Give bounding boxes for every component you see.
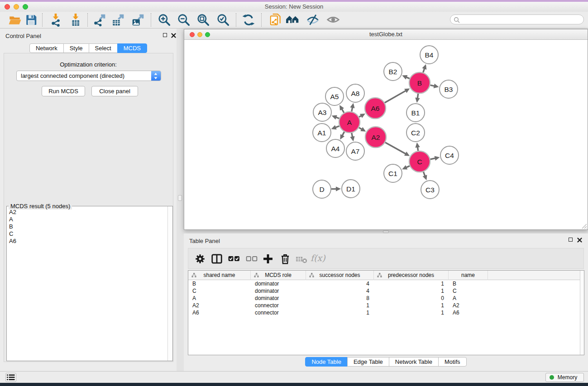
graph-edge[interactable] <box>385 143 406 154</box>
table-row[interactable]: Cdominator41C <box>188 287 580 295</box>
tab-node-table[interactable]: Node Table <box>305 357 348 367</box>
graph-node-A8[interactable]: A8 <box>346 84 364 102</box>
table-cell[interactable]: 0 <box>374 295 449 302</box>
column-header-name[interactable]: name <box>449 271 488 280</box>
float-panel-icon[interactable] <box>568 237 574 243</box>
resize-grip-icon[interactable] <box>581 223 587 229</box>
table-cell[interactable]: A <box>188 295 251 302</box>
column-header-predecessor-nodes[interactable]: predecessor nodes <box>374 271 449 280</box>
tab-network-table[interactable]: Network Table <box>389 357 439 367</box>
table-row[interactable]: A6connector11A6 <box>188 309 580 316</box>
mcds-result-list[interactable]: A2ABCA6 <box>7 208 167 361</box>
zoom-selected-button[interactable] <box>216 13 230 27</box>
table-cell[interactable]: A2 <box>188 302 251 309</box>
result-item[interactable]: C <box>7 230 167 237</box>
table-cell[interactable]: 1 <box>374 309 449 316</box>
graph-node-A3[interactable]: A3 <box>313 103 331 121</box>
minimize-window-button[interactable] <box>14 4 19 10</box>
table-cell[interactable]: 1 <box>374 302 449 309</box>
optimization-dropdown[interactable]: largest connected component (directed) <box>16 71 161 81</box>
table-cell[interactable]: dominator <box>251 295 306 302</box>
tab-style[interactable]: Style <box>63 43 89 53</box>
zoom-window-button[interactable] <box>23 4 28 10</box>
show-eye-button[interactable] <box>326 13 340 27</box>
table-cell[interactable]: connector <box>251 309 306 316</box>
tab-select[interactable]: Select <box>89 43 118 53</box>
close-panel-icon[interactable] <box>171 32 177 38</box>
graph-node-A[interactable]: A <box>339 112 360 133</box>
table-cell[interactable]: dominator <box>251 287 306 295</box>
graph-node-A2[interactable]: A2 <box>365 127 386 148</box>
table-cell[interactable]: connector <box>251 302 306 309</box>
search-input[interactable] <box>461 15 579 24</box>
table-cell[interactable]: B <box>449 280 488 287</box>
duplicate-network-button[interactable] <box>268 13 282 27</box>
home-button[interactable] <box>286 13 299 27</box>
memory-button[interactable]: Memory <box>545 373 584 382</box>
zoom-view-button[interactable] <box>205 32 210 37</box>
show-columns-button[interactable] <box>211 253 223 265</box>
unselect-all-button[interactable] <box>246 253 258 265</box>
graph-node-A7[interactable]: A7 <box>346 142 364 160</box>
graph-node-A1[interactable]: A1 <box>313 124 331 142</box>
result-scrollbar[interactable] <box>167 206 172 361</box>
table-cell[interactable]: 4 <box>306 287 374 295</box>
graph-node-B3[interactable]: B3 <box>440 80 458 98</box>
table-settings-button[interactable] <box>194 253 206 265</box>
table-cell[interactable]: 1 <box>374 287 449 295</box>
network-window-titlebar[interactable]: testGlobe.txt <box>184 29 588 40</box>
graph-node-A6[interactable]: A6 <box>365 98 386 119</box>
graph-node-A5[interactable]: A5 <box>325 87 344 105</box>
graph-node-C[interactable]: C <box>409 151 430 172</box>
minimize-view-button[interactable] <box>197 32 202 37</box>
table-cell[interactable]: 4 <box>306 280 374 287</box>
save-session-button[interactable] <box>24 13 38 27</box>
graph-node-B[interactable]: B <box>409 72 430 93</box>
table-cell[interactable]: 1 <box>374 280 449 287</box>
export-network-button[interactable] <box>93 13 106 27</box>
close-panel-icon[interactable] <box>577 237 583 243</box>
tab-edge-table[interactable]: Edge Table <box>347 357 389 367</box>
float-panel-icon[interactable] <box>162 32 168 38</box>
column-header-MCDS-role[interactable]: MCDS role <box>251 271 306 280</box>
graph-node-C2[interactable]: C2 <box>406 124 425 142</box>
graph-node-D1[interactable]: D1 <box>342 180 360 198</box>
table-cell[interactable]: C <box>188 287 251 295</box>
zoom-out-button[interactable] <box>177 13 191 27</box>
divider-grip[interactable] <box>178 195 182 201</box>
table-cell[interactable]: A6 <box>188 309 251 316</box>
network-canvas[interactable]: AA1A2A3A4A5A6A7A8BB1B2B3B4CC1C2C3C4DD1 <box>184 40 588 229</box>
delete-table-button[interactable] <box>296 253 307 265</box>
graph-node-C4[interactable]: C4 <box>440 146 459 164</box>
import-table-button[interactable] <box>69 13 82 27</box>
table-scrollbar[interactable] <box>580 271 584 355</box>
close-window-button[interactable] <box>5 4 10 10</box>
delete-column-button[interactable] <box>279 253 291 265</box>
run-mcds-button[interactable]: Run MCDS <box>42 86 85 96</box>
divider-grip[interactable] <box>383 230 389 233</box>
horizontal-split-divider[interactable] <box>184 230 588 234</box>
graph-node-D[interactable]: D <box>313 180 331 198</box>
zoom-in-button[interactable] <box>158 13 171 27</box>
table-cell[interactable]: A <box>449 295 488 302</box>
graph-node-B2[interactable]: B2 <box>384 62 402 81</box>
tab-motifs[interactable]: Motifs <box>438 357 467 367</box>
result-item[interactable]: A2 <box>7 208 167 215</box>
table-cell[interactable]: A6 <box>449 309 488 316</box>
export-image-button[interactable] <box>131 13 145 27</box>
graph-node-C3[interactable]: C3 <box>421 181 439 199</box>
table-row[interactable]: A2connector11A2 <box>188 302 580 309</box>
table-cell[interactable]: 1 <box>306 302 374 309</box>
result-item[interactable]: B <box>7 223 167 230</box>
table-row[interactable]: Adominator80A <box>188 295 580 302</box>
add-column-button[interactable] <box>262 253 274 265</box>
table-cell[interactable]: dominator <box>251 280 306 287</box>
search-field[interactable] <box>450 14 584 24</box>
table-cell[interactable]: B <box>188 280 251 287</box>
tab-mcds[interactable]: MCDS <box>117 43 147 53</box>
result-item[interactable]: A6 <box>7 237 167 244</box>
tab-network[interactable]: Network <box>29 43 64 53</box>
graph-node-C1[interactable]: C1 <box>384 164 402 182</box>
column-header-shared-name[interactable]: shared name <box>188 271 251 280</box>
select-all-button[interactable] <box>228 253 240 265</box>
